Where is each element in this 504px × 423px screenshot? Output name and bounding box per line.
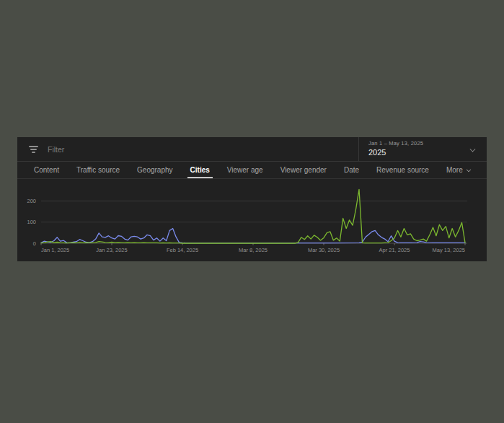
x-axis-label: Jan 23, 2025	[96, 247, 127, 253]
tab-date[interactable]: Date	[335, 162, 368, 178]
tab-traffic-source[interactable]: Traffic source	[68, 162, 128, 178]
tab-more[interactable]: More	[438, 162, 480, 178]
tab-label: Content	[34, 166, 59, 174]
date-range-year: 2025	[368, 148, 477, 157]
tab-label: Viewer age	[227, 166, 263, 174]
chevron-down-icon	[470, 147, 475, 152]
tab-label: Traffic source	[76, 166, 120, 174]
tab-label: Geography	[137, 166, 172, 174]
filter-icon	[28, 145, 38, 154]
x-axis-label: Apr 21, 2025	[379, 247, 410, 253]
x-axis-label: Jan 1, 2025	[41, 247, 69, 253]
tab-viewer-age[interactable]: Viewer age	[218, 162, 272, 178]
tab-revenue-source[interactable]: Revenue source	[368, 162, 438, 178]
x-axis-label: Mar 8, 2025	[239, 247, 268, 253]
tab-label: Viewer gender	[280, 166, 327, 174]
y-axis-label-200: 200	[27, 198, 36, 204]
tab-geography[interactable]: Geography	[128, 162, 181, 178]
page-background: { "filter_bar": { "placeholder": "Filter…	[0, 0, 504, 423]
tab-cities[interactable]: Cities	[182, 162, 218, 178]
analytics-panel: Jan 1 – May 13, 2025 2025 ContentTraffic…	[17, 137, 487, 261]
y-axis-label-0: 0	[33, 240, 36, 247]
tab-label: More	[446, 166, 463, 174]
filter-bar: Jan 1 – May 13, 2025 2025	[17, 137, 487, 162]
filter-input[interactable]	[48, 145, 264, 154]
x-axis-label: Feb 14, 2025	[167, 247, 198, 253]
tab-content[interactable]: Content	[25, 162, 68, 178]
x-axis-label: Mar 30, 2025	[308, 247, 340, 253]
chevron-down-icon	[466, 167, 472, 173]
tab-label: Cities	[190, 166, 210, 174]
tab-label: Date	[344, 166, 359, 174]
date-range-picker[interactable]: Jan 1 – May 13, 2025 2025	[358, 137, 487, 161]
date-range-label: Jan 1 – May 13, 2025	[368, 140, 477, 147]
x-axis-label: May 13, 2025	[433, 247, 465, 253]
filter-field[interactable]	[17, 137, 358, 161]
dimension-tabs: ContentTraffic sourceGeographyCitiesView…	[17, 162, 487, 179]
tab-label: Revenue source	[376, 166, 429, 174]
tab-viewer-gender[interactable]: Viewer gender	[272, 162, 335, 178]
y-axis-label-100: 100	[27, 219, 36, 225]
chart-line-series-green	[41, 189, 465, 243]
chart-canvas[interactable]: 0100200Jan 1, 2025Jan 23, 2025Feb 14, 20…	[17, 179, 487, 261]
line-chart[interactable]: 0100200Jan 1, 2025Jan 23, 2025Feb 14, 20…	[17, 179, 487, 261]
